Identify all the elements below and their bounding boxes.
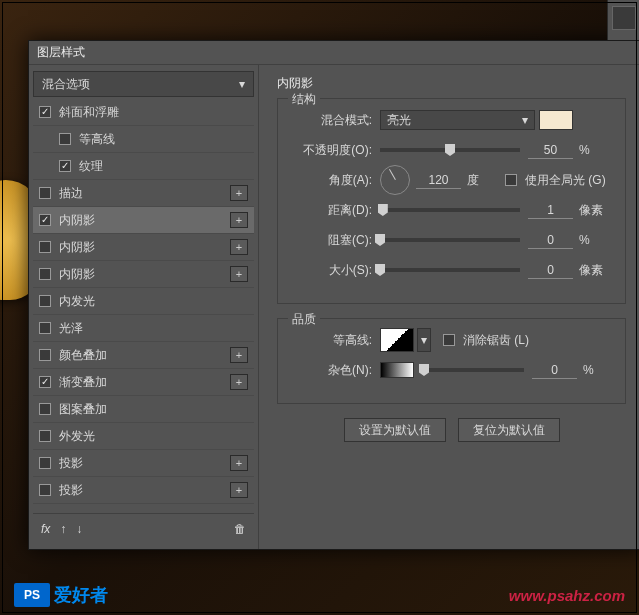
effect-row-1[interactable]: 等高线: [33, 126, 254, 153]
effect-list: 斜面和浮雕等高线纹理描边+内阴影+内阴影+内阴影+内发光光泽颜色叠加+渐变叠加+…: [33, 99, 254, 513]
effect-label: 外发光: [59, 428, 248, 445]
effect-checkbox[interactable]: [39, 457, 51, 469]
effect-row-13[interactable]: 投影+: [33, 450, 254, 477]
effect-row-14[interactable]: 投影+: [33, 477, 254, 504]
effect-label: 光泽: [59, 320, 248, 337]
effect-label: 图案叠加: [59, 401, 248, 418]
contour-picker[interactable]: [380, 328, 414, 352]
trash-icon[interactable]: 🗑: [234, 522, 246, 536]
effect-checkbox[interactable]: [39, 241, 51, 253]
opacity-input[interactable]: [528, 141, 573, 159]
angle-dial[interactable]: [380, 165, 410, 195]
quality-group: 品质 等高线: ▾ 消除锯齿 (L) 杂色(N): %: [277, 318, 626, 404]
effect-row-5[interactable]: 内阴影+: [33, 234, 254, 261]
effect-checkbox[interactable]: [59, 133, 71, 145]
make-default-button[interactable]: 设置为默认值: [344, 418, 446, 442]
dialog-title: 图层样式: [37, 44, 85, 61]
choke-label: 阻塞(C):: [290, 232, 380, 249]
effects-panel: 混合选项 斜面和浮雕等高线纹理描边+内阴影+内阴影+内阴影+内发光光泽颜色叠加+…: [29, 65, 259, 549]
blend-mode-select[interactable]: 亮光: [380, 110, 535, 130]
logo-text: 爱好者: [54, 583, 108, 607]
antialias-label: 消除锯齿 (L): [463, 332, 529, 349]
effect-row-2[interactable]: 纹理: [33, 153, 254, 180]
effect-checkbox[interactable]: [39, 376, 51, 388]
distance-slider[interactable]: [380, 208, 520, 212]
effect-row-11[interactable]: 图案叠加: [33, 396, 254, 423]
add-effect-icon[interactable]: +: [230, 266, 248, 282]
tool-icon[interactable]: [612, 6, 636, 30]
effect-label: 等高线: [79, 131, 248, 148]
effect-row-9[interactable]: 颜色叠加+: [33, 342, 254, 369]
effect-row-7[interactable]: 内发光: [33, 288, 254, 315]
noise-label: 杂色(N):: [290, 362, 380, 379]
noise-input[interactable]: [532, 361, 577, 379]
effect-label: 投影: [59, 455, 230, 472]
effect-row-3[interactable]: 描边+: [33, 180, 254, 207]
effect-label: 内阴影: [59, 266, 230, 283]
effects-footer: fx ↑ ↓ 🗑: [33, 513, 254, 543]
effect-label: 内阴影: [59, 239, 230, 256]
effect-label: 内阴影: [59, 212, 230, 229]
effect-checkbox[interactable]: [39, 484, 51, 496]
effect-row-4[interactable]: 内阴影+: [33, 207, 254, 234]
effect-checkbox[interactable]: [59, 160, 71, 172]
effect-checkbox[interactable]: [39, 403, 51, 415]
fx-menu[interactable]: fx: [41, 522, 50, 536]
choke-input[interactable]: [528, 231, 573, 249]
structure-group: 结构 混合模式: 亮光 不透明度(O): % 角度(A): 度: [277, 98, 626, 304]
noise-slider[interactable]: [424, 368, 524, 372]
move-up-icon[interactable]: ↑: [60, 522, 66, 536]
add-effect-icon[interactable]: +: [230, 239, 248, 255]
effect-checkbox[interactable]: [39, 106, 51, 118]
effect-checkbox[interactable]: [39, 214, 51, 226]
size-input[interactable]: [528, 261, 573, 279]
global-light-label: 使用全局光 (G): [525, 172, 606, 189]
effect-label: 纹理: [79, 158, 248, 175]
angle-input[interactable]: [416, 171, 461, 189]
add-effect-icon[interactable]: +: [230, 185, 248, 201]
size-slider[interactable]: [380, 268, 520, 272]
opacity-label: 不透明度(O):: [290, 142, 380, 159]
add-effect-icon[interactable]: +: [230, 347, 248, 363]
effect-row-10[interactable]: 渐变叠加+: [33, 369, 254, 396]
add-effect-icon[interactable]: +: [230, 482, 248, 498]
contour-label: 等高线:: [290, 332, 380, 349]
effect-label: 颜色叠加: [59, 347, 230, 364]
effect-checkbox[interactable]: [39, 268, 51, 280]
opacity-slider[interactable]: [380, 148, 520, 152]
effect-row-12[interactable]: 外发光: [33, 423, 254, 450]
add-effect-icon[interactable]: +: [230, 212, 248, 228]
effect-checkbox[interactable]: [39, 430, 51, 442]
effect-label: 斜面和浮雕: [59, 104, 248, 121]
effect-label: 投影: [59, 482, 230, 499]
effect-checkbox[interactable]: [39, 322, 51, 334]
effect-row-0[interactable]: 斜面和浮雕: [33, 99, 254, 126]
add-effect-icon[interactable]: +: [230, 455, 248, 471]
effect-row-8[interactable]: 光泽: [33, 315, 254, 342]
dialog-titlebar[interactable]: 图层样式: [29, 41, 639, 65]
layer-style-dialog: 图层样式 混合选项 斜面和浮雕等高线纹理描边+内阴影+内阴影+内阴影+内发光光泽…: [28, 40, 639, 550]
color-picker[interactable]: [539, 110, 573, 130]
distance-input[interactable]: [528, 201, 573, 219]
logo-badge: PS: [14, 583, 50, 607]
effect-row-6[interactable]: 内阴影+: [33, 261, 254, 288]
panel-heading: 内阴影: [277, 75, 626, 92]
noise-gradient-icon: [380, 362, 414, 378]
effect-checkbox[interactable]: [39, 295, 51, 307]
reset-default-button[interactable]: 复位为默认值: [458, 418, 560, 442]
effect-checkbox[interactable]: [39, 187, 51, 199]
blend-options-select[interactable]: 混合选项: [33, 71, 254, 97]
angle-label: 角度(A):: [290, 172, 380, 189]
effect-label: 描边: [59, 185, 230, 202]
side-toolbar: [607, 0, 639, 40]
effect-checkbox[interactable]: [39, 349, 51, 361]
watermark: PS 爱好者 www.psahz.com: [0, 583, 639, 607]
choke-slider[interactable]: [380, 238, 520, 242]
global-light-checkbox[interactable]: [505, 174, 517, 186]
add-effect-icon[interactable]: +: [230, 374, 248, 390]
distance-label: 距离(D):: [290, 202, 380, 219]
antialias-checkbox[interactable]: [443, 334, 455, 346]
contour-dropdown[interactable]: ▾: [417, 328, 431, 352]
move-down-icon[interactable]: ↓: [76, 522, 82, 536]
watermark-url: www.psahz.com: [509, 587, 625, 604]
